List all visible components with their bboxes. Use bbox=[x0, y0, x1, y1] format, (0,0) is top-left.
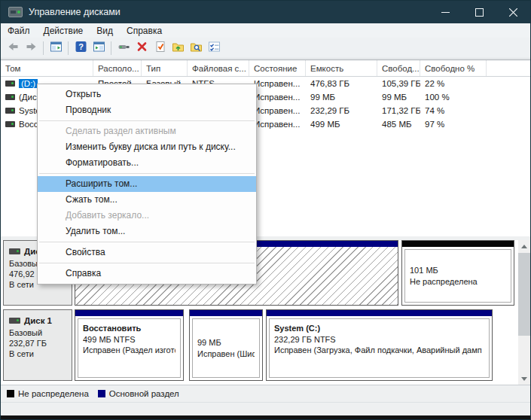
context-menu-item: Сделать раздел активным bbox=[38, 123, 256, 139]
cell-free: 105,39 ГБ bbox=[377, 79, 420, 88]
partition-label: System (C:)232,29 ГБ NTFSИсправен (Загру… bbox=[269, 318, 490, 378]
partition-color-strip bbox=[402, 241, 514, 247]
menu-separator bbox=[39, 242, 255, 242]
cell-text: 74 % bbox=[425, 106, 444, 115]
back-button[interactable] bbox=[4, 40, 22, 56]
context-menu-item[interactable]: Изменить букву диска или путь к диску... bbox=[38, 139, 256, 155]
context-menu-item[interactable]: Справка bbox=[38, 266, 256, 282]
volume-table-header: ТомРасполо...ТипФайловая с...СостояниеЕм… bbox=[1, 60, 530, 77]
window-title: Управление дисками bbox=[29, 7, 121, 17]
column-header-2[interactable]: Тип bbox=[142, 60, 188, 76]
context-menu-item[interactable]: Свойства bbox=[38, 245, 256, 260]
partition-body: 99 МБИсправен (Шифрованный (EFI) системн… bbox=[190, 316, 262, 380]
disk-pane-scrollbar[interactable] bbox=[518, 240, 530, 385]
partition-label-line: Не распределена bbox=[410, 276, 506, 288]
volume-context-menu: ОткрытьПроводникСделать раздел активнымИ… bbox=[37, 84, 257, 285]
cell-text: 485 МБ bbox=[382, 120, 412, 129]
console-tree-button[interactable] bbox=[47, 40, 65, 56]
device-button[interactable] bbox=[114, 40, 133, 56]
column-header-5[interactable]: Емкость bbox=[306, 60, 377, 76]
partition-label: 101 МБНе распределена bbox=[404, 249, 511, 303]
menu-0[interactable]: Файл bbox=[1, 23, 37, 38]
disk-management-window: Управление дисками ФайлДействиеВидСправк… bbox=[0, 0, 531, 420]
partition-label-line: 99 МБ bbox=[197, 337, 255, 348]
forward-button[interactable] bbox=[22, 40, 40, 56]
legend-color-swatch bbox=[98, 390, 105, 397]
column-header-label: Свобод... bbox=[382, 64, 420, 73]
scroll-down-button[interactable] bbox=[518, 373, 530, 385]
menu-separator bbox=[39, 173, 255, 174]
column-header-0[interactable]: Том bbox=[1, 60, 93, 76]
context-menu-item[interactable]: Проводник bbox=[38, 102, 256, 118]
folder-find-button[interactable] bbox=[187, 40, 205, 56]
action-pane-icon bbox=[93, 41, 105, 56]
menu-1[interactable]: Действие bbox=[37, 23, 90, 38]
column-header-3[interactable]: Файловая с... bbox=[188, 60, 249, 76]
close-button[interactable] bbox=[496, 1, 530, 23]
cell-text: Исправен... bbox=[254, 106, 300, 115]
partition-label-line: Исправен (Раздел изготовителя ОЭМ) bbox=[83, 345, 175, 356]
folder-up-button[interactable] bbox=[169, 40, 187, 56]
device-icon bbox=[117, 41, 130, 56]
context-menu-item[interactable]: Открыть bbox=[38, 87, 256, 102]
volume-drive-icon bbox=[5, 121, 15, 127]
column-header-6[interactable]: Свобод... bbox=[377, 60, 420, 76]
partition-label: Восстановить499 МБ NTFSИсправен (Раздел … bbox=[78, 318, 181, 378]
partition-label-line: System (C:) bbox=[274, 323, 484, 334]
column-header-label: Тип bbox=[146, 64, 160, 73]
cell-free_pct: 97 % bbox=[420, 120, 487, 129]
partition[interactable]: System (C:)232,29 ГБ NTFSИсправен (Загру… bbox=[266, 309, 493, 381]
toolbar: ? bbox=[1, 38, 530, 59]
menu-separator bbox=[39, 120, 255, 121]
help-icon: ? bbox=[75, 41, 87, 56]
partition[interactable]: Восстановить499 МБ NTFSИсправен (Раздел … bbox=[75, 309, 184, 381]
app-disk-icon bbox=[8, 7, 23, 17]
context-menu-item[interactable]: Расширить том... bbox=[38, 176, 256, 192]
toolbar-separator bbox=[68, 41, 69, 55]
column-header-7[interactable]: Свободно % bbox=[420, 60, 487, 76]
disk-drive-icon bbox=[9, 318, 20, 324]
scroll-up-button[interactable] bbox=[518, 240, 530, 252]
menu-3[interactable]: Справка bbox=[120, 23, 169, 38]
cell-capacity: 499 МБ bbox=[306, 120, 377, 129]
context-menu-item[interactable]: Форматировать... bbox=[38, 155, 256, 171]
folder-up-icon bbox=[172, 41, 185, 56]
delete-button[interactable] bbox=[133, 40, 151, 56]
toolbar-separator bbox=[43, 41, 44, 55]
column-header-1[interactable]: Располо... bbox=[93, 60, 142, 76]
window-bottom-border bbox=[1, 415, 530, 419]
column-header-4[interactable]: Состояние bbox=[249, 60, 306, 76]
properties-button[interactable] bbox=[151, 40, 169, 56]
maximize-button[interactable] bbox=[462, 1, 496, 23]
column-header-label: Свободно % bbox=[425, 64, 475, 73]
partition-label-line: Исправен (Шифрованный (EFI) системный ра… bbox=[197, 348, 255, 360]
action-pane-button[interactable] bbox=[90, 40, 108, 56]
help-button[interactable]: ? bbox=[72, 40, 90, 56]
context-menu-item[interactable]: Сжать том... bbox=[38, 192, 256, 208]
menu-2[interactable]: Вид bbox=[90, 23, 120, 38]
partition-label-line: 101 МБ bbox=[410, 265, 506, 276]
column-header-label: Емкость bbox=[310, 64, 343, 73]
cell-free: 171,32 ГБ bbox=[377, 106, 420, 115]
toolbar-separator bbox=[111, 41, 111, 55]
context-menu-item[interactable]: Удалить том... bbox=[38, 224, 256, 239]
column-header-filler bbox=[487, 60, 531, 76]
disk-info-panel[interactable]: Диск 1Базовый232,87 ГБВ сети bbox=[3, 309, 72, 381]
cell-capacity: 99 МБ bbox=[306, 93, 377, 102]
partition[interactable]: 99 МБИсправен (Шифрованный (EFI) системн… bbox=[189, 309, 263, 381]
partition-label-line: Исправен (Загрузка, Файл подкачки, Авари… bbox=[274, 345, 484, 356]
partition[interactable]: 101 МБНе распределена bbox=[401, 240, 514, 306]
scrollbar-thumb[interactable] bbox=[518, 253, 530, 336]
cell-text: 100 % bbox=[425, 93, 450, 102]
partition-label-line: 232,29 ГБ NTFS bbox=[274, 334, 484, 345]
cell-text: 232,29 ГБ bbox=[310, 106, 349, 115]
scroll-up-icon bbox=[521, 245, 527, 248]
partition-label: 99 МБИсправен (Шифрованный (EFI) системн… bbox=[192, 318, 260, 378]
partition-color-strip bbox=[190, 310, 262, 316]
partition-body: 101 МБНе распределена bbox=[402, 247, 514, 305]
checklist-button[interactable] bbox=[205, 40, 223, 56]
cell-status: Исправен... bbox=[249, 79, 306, 88]
minimize-button[interactable] bbox=[429, 1, 462, 23]
scroll-down-icon bbox=[521, 377, 527, 381]
cell-free_pct: 22 % bbox=[420, 79, 487, 88]
